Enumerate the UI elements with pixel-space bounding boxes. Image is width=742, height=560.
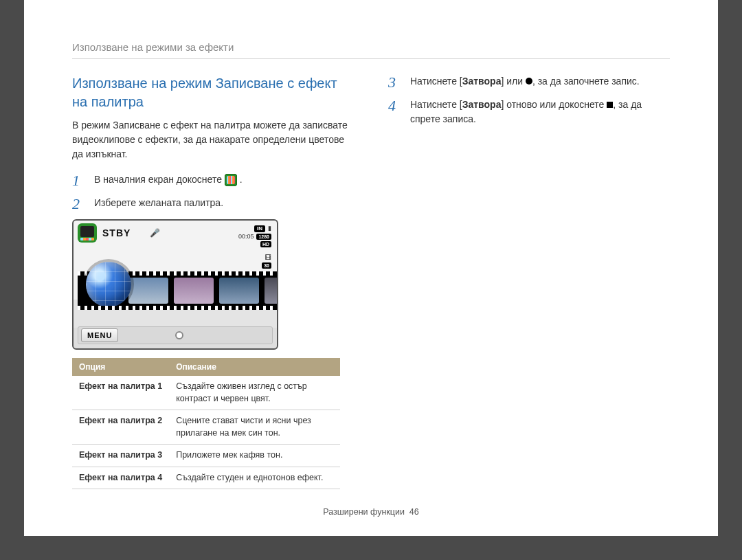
palette-mode-icon [78, 223, 97, 243]
step-number: 4 [388, 98, 401, 114]
storage-badge: IN [254, 225, 265, 232]
record-circle-icon [526, 78, 532, 85]
shutter-key-label: Затвора [462, 99, 502, 110]
right-steps: 3 Натиснете [Затвора] или , за да започн… [388, 74, 670, 126]
palette-preview-4[interactable] [265, 278, 278, 304]
page-number: 46 [409, 507, 419, 517]
option-name: Ефект на палитра 3 [72, 445, 169, 467]
film-frames [78, 271, 278, 310]
camera-status-right: IN ▮ 00:05 1280 HD 🎞 30 [238, 225, 271, 268]
step-number: 3 [388, 74, 401, 91]
step-text-before: В началния екран докоснете [94, 174, 225, 185]
step-text: Натиснете [Затвора] отново или докоснете… [410, 98, 670, 126]
breadcrumb: Използване на режими за ефекти [72, 41, 670, 59]
camera-screenshot: STBY 🎤 IN ▮ 00:05 1280 HD 🎞 30 [72, 219, 278, 350]
table-row: Ефект на палитра 2 Сцените стават чисти … [72, 410, 340, 445]
resolution-badge: 1280 [256, 234, 271, 240]
palette-preview-1[interactable] [128, 278, 168, 304]
palette-preview-2[interactable] [174, 278, 214, 304]
step-number: 1 [72, 172, 85, 189]
battery-icon: ▮ [268, 225, 271, 233]
left-column: Използване на режим Записване с ефект на… [72, 74, 354, 489]
option-name: Ефект на палитра 2 [72, 410, 169, 445]
option-desc: Сцените стават чисти и ясни чрез прилага… [169, 410, 340, 445]
section-title: Използване на режим Записване с ефект на… [72, 74, 354, 111]
step-text: Натиснете [Затвора] или , за да започнет… [410, 74, 670, 89]
manual-page: Използване на режими за ефекти Използван… [24, 0, 718, 536]
palette-options-table: Опция Описание Ефект на палитра 1 Създай… [72, 358, 340, 489]
step-text-after: . [240, 174, 243, 185]
palette-mode-icon [225, 174, 237, 186]
option-desc: Създайте оживен изглед с остър контраст … [169, 376, 340, 410]
camera-bottombar: MENU [78, 326, 273, 344]
option-desc: Създайте студен и еднотонов ефект. [169, 467, 340, 489]
content-columns: Използване на режим Записване с ефект на… [72, 74, 670, 489]
hd-badge: HD [260, 241, 271, 247]
table-row: Ефект на палитра 3 Приложете мек кафяв т… [72, 445, 340, 467]
step-text: В началния екран докоснете . [94, 172, 354, 187]
left-steps: 1 В началния екран докоснете . 2 Изберет… [72, 172, 354, 212]
table-head-option: Опция [72, 358, 169, 376]
table-head-description: Описание [169, 358, 340, 376]
option-name: Ефект на палитра 4 [72, 467, 169, 489]
page-footer: Разширени функции 46 [24, 507, 718, 517]
step-3: 3 Натиснете [Затвора] или , за да започн… [388, 74, 670, 91]
menu-button[interactable]: MENU [81, 328, 118, 342]
option-desc: Приложете мек кафяв тон. [169, 445, 340, 467]
film-icon: 🎞 [265, 254, 271, 262]
table-row: Ефект на палитра 4 Създайте студен и едн… [72, 467, 340, 489]
step-text: Изберете желаната палитра. [94, 196, 354, 210]
step-1: 1 В началния екран докоснете . [72, 172, 354, 189]
option-name: Ефект на палитра 1 [72, 376, 169, 410]
stop-square-icon [607, 102, 613, 108]
table-row: Ефект на палитра 1 Създайте оживен изгле… [72, 376, 340, 410]
step-4: 4 Натиснете [Затвора] отново или докосне… [388, 98, 670, 126]
record-button[interactable] [175, 331, 183, 339]
intro-paragraph: В режим Записване с ефект на палитра мож… [72, 118, 354, 161]
palette-selector-globe[interactable] [86, 262, 131, 307]
shutter-key-label: Затвора [462, 76, 502, 87]
palette-preview-3[interactable] [219, 278, 259, 304]
right-column: 3 Натиснете [Затвора] или , за да започн… [388, 74, 670, 489]
palette-filmstrip [78, 270, 273, 311]
microphone-icon: 🎤 [150, 228, 160, 238]
time-counter: 00:05 [238, 233, 254, 241]
step-2: 2 Изберете желаната палитра. [72, 196, 354, 212]
fps-badge: 30 [262, 262, 271, 269]
footer-section-label: Разширени функции [323, 507, 405, 517]
step-number: 2 [72, 196, 85, 212]
stby-label: STBY [102, 227, 131, 238]
